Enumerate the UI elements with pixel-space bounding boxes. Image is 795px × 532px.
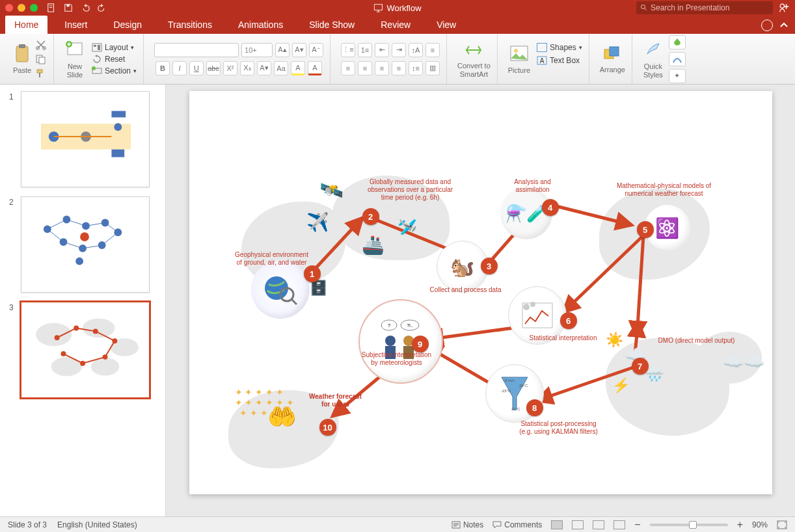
tab-design[interactable]: Design <box>104 16 151 34</box>
notes-button[interactable]: Notes <box>451 520 483 529</box>
tab-view[interactable]: View <box>427 16 465 34</box>
step-8: 8 <box>526 399 543 416</box>
slide-canvas-area[interactable]: 🗄️ 🛰️ ✈️ 🚢 🛩️ 🐿️ ⚗️🧪 ⚛️ ☀️ ☁️ 🌧️ ⚡ ☁️☁️ <box>166 85 795 516</box>
font-size-select[interactable]: 10+ <box>241 43 273 57</box>
align-left-button[interactable]: ≡ <box>341 61 355 75</box>
feedback-icon[interactable] <box>761 20 773 31</box>
thumbnail-3[interactable] <box>21 302 150 398</box>
fit-to-window-button[interactable] <box>777 520 787 529</box>
copy-icon[interactable] <box>35 54 47 64</box>
subscript-button[interactable]: X₂ <box>240 61 254 75</box>
shape-outline-button[interactable] <box>669 52 686 66</box>
shape-fill-button[interactable] <box>669 35 686 49</box>
tab-insert[interactable]: Insert <box>55 16 96 34</box>
normal-view-button[interactable] <box>551 520 563 529</box>
text-direction-button[interactable]: ↕A <box>409 43 423 57</box>
increase-font-icon[interactable]: A▴ <box>275 43 290 57</box>
zoom-out-button[interactable]: − <box>634 519 640 531</box>
zoom-in-button[interactable]: + <box>737 519 743 531</box>
bold-button[interactable]: B <box>155 61 170 75</box>
picture-icon[interactable] <box>509 43 530 64</box>
slideshow-view-button[interactable] <box>613 520 625 529</box>
collapse-ribbon-icon[interactable] <box>779 22 788 29</box>
text-effects-button[interactable]: A▾ <box>257 61 271 75</box>
step-4: 4 <box>542 199 559 216</box>
thumbnail-1[interactable] <box>21 91 150 187</box>
line-spacing-button[interactable]: ↕≡ <box>409 61 423 75</box>
numbering-button[interactable]: 1≡ <box>358 43 372 57</box>
reading-view-button[interactable] <box>593 520 604 529</box>
step-2: 2 <box>362 208 379 225</box>
bullets-button[interactable]: ⋮≡ <box>341 43 355 57</box>
step-6: 6 <box>560 312 577 329</box>
arrange-icon[interactable] <box>602 44 623 64</box>
arrange-group: Arrange <box>593 34 632 84</box>
sorter-view-button[interactable] <box>572 520 584 529</box>
minimize-window[interactable] <box>18 4 25 12</box>
textbox-button[interactable]: AText Box <box>537 56 582 65</box>
shapes-button[interactable]: Shapes▾ <box>537 43 582 52</box>
tab-transitions[interactable]: Transitions <box>159 16 221 34</box>
label-4: Analysis and assimilation <box>507 178 559 194</box>
ribbon: Paste New Slide Layout▾ Reset Section▾ <box>0 34 795 85</box>
align-text-button[interactable]: ≡ <box>425 43 440 57</box>
label-2: Globally measured data and observations … <box>365 178 456 202</box>
font-color-button[interactable]: A <box>308 61 322 75</box>
search-input[interactable] <box>636 1 773 14</box>
superscript-button[interactable]: X² <box>223 61 237 75</box>
layout-button[interactable]: Layout▾ <box>92 43 137 52</box>
underline-button[interactable]: U <box>189 61 204 75</box>
quick-styles-icon[interactable] <box>643 39 664 60</box>
share-icon[interactable] <box>778 2 790 14</box>
tab-animations[interactable]: Animations <box>229 16 292 34</box>
svg-rect-13 <box>37 70 42 73</box>
font-group: 10+ A▴ A▾ A⁻ B I U abc X² X₂ A▾ Aa A A <box>148 34 330 84</box>
align-center-button[interactable]: ≡ <box>358 61 372 75</box>
justify-button[interactable]: ≡ <box>392 61 406 75</box>
svg-point-20 <box>92 66 96 70</box>
tab-slideshow[interactable]: Slide Show <box>300 16 364 34</box>
format-painter-icon[interactable] <box>35 68 47 79</box>
tab-review[interactable]: Review <box>371 16 420 34</box>
clear-format-icon[interactable]: A⁻ <box>309 43 323 57</box>
language-indicator[interactable]: English (United States) <box>57 520 137 529</box>
svg-point-68 <box>385 336 396 346</box>
increase-indent-button[interactable]: ⇥ <box>392 43 406 57</box>
close-window[interactable] <box>5 4 13 12</box>
comments-button[interactable]: Comments <box>492 520 542 529</box>
smartart-group: Convert to SmartArt <box>451 34 498 84</box>
zoom-level[interactable]: 90% <box>752 520 768 529</box>
new-slide-icon[interactable] <box>64 39 85 60</box>
svg-point-6 <box>780 4 784 8</box>
svg-point-40 <box>60 238 68 246</box>
char-spacing-button[interactable]: Aa <box>274 61 288 75</box>
maximize-window[interactable] <box>30 4 38 12</box>
smartart-icon[interactable] <box>463 40 484 60</box>
status-bar: Slide 3 of 3 English (United States) Not… <box>0 516 795 532</box>
thumbnail-2[interactable] <box>21 196 150 293</box>
section-button[interactable]: Section▾ <box>92 66 137 75</box>
font-family-select[interactable] <box>154 43 239 57</box>
columns-button[interactable]: ▥ <box>425 61 440 75</box>
tab-home[interactable]: Home <box>5 16 47 34</box>
slide[interactable]: 🗄️ 🛰️ ✈️ 🚢 🛩️ 🐿️ ⚗️🧪 ⚛️ ☀️ ☁️ 🌧️ ⚡ ☁️☁️ <box>189 91 772 494</box>
file-icon[interactable] <box>47 3 56 12</box>
step-7: 7 <box>632 358 649 375</box>
undo-icon[interactable] <box>81 3 90 12</box>
strike-button[interactable]: abc <box>206 61 221 75</box>
redo-icon[interactable] <box>98 3 107 12</box>
shape-effects-button[interactable]: ✦ <box>669 69 686 83</box>
cut-icon[interactable] <box>35 40 47 50</box>
reset-button[interactable]: Reset <box>92 55 137 64</box>
decrease-font-icon[interactable]: A▾ <box>292 43 306 57</box>
highlight-button[interactable]: A <box>291 61 305 75</box>
zoom-slider[interactable] <box>650 524 728 526</box>
svg-point-54 <box>61 351 66 356</box>
decrease-indent-button[interactable]: ⇤ <box>375 43 389 57</box>
svg-rect-32 <box>111 111 126 118</box>
align-right-button[interactable]: ≡ <box>375 61 389 75</box>
italic-button[interactable]: I <box>172 61 187 75</box>
save-icon[interactable] <box>64 3 73 12</box>
window-controls <box>5 4 38 12</box>
paste-icon[interactable] <box>12 43 33 64</box>
